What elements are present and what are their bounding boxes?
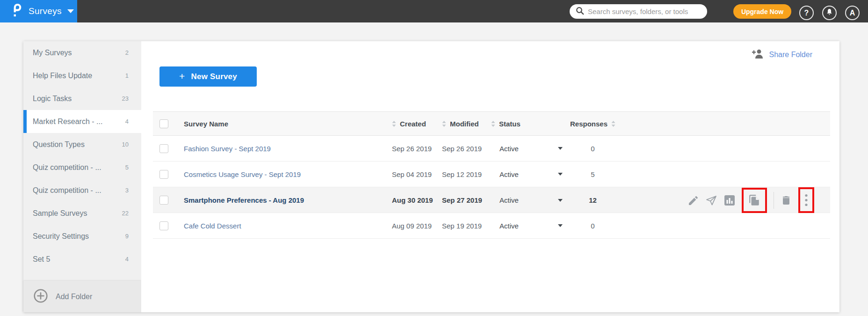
created-cell: Sep 04 2019 (392, 170, 442, 178)
help-button[interactable]: ? (799, 6, 814, 20)
table-row-smartphone-preferences: Smartphone Preferences - Aug 2019 Aug 30… (153, 187, 830, 213)
copy-duplicate-icon[interactable] (748, 194, 760, 206)
chevron-down-icon (67, 9, 74, 13)
caret-down-icon (558, 173, 563, 176)
modified-cell: Sep 26 2019 (442, 145, 491, 153)
send-paper-plane-icon[interactable] (705, 195, 717, 206)
survey-name-link[interactable]: Smartphone Preferences - Aug 2019 (184, 196, 304, 204)
table-row-fashion-survey: Fashion Survey - Sept 2019 Sep 26 2019 S… (153, 136, 830, 162)
notifications-button[interactable] (822, 6, 837, 20)
status-dropdown[interactable]: Active (491, 213, 568, 238)
global-search[interactable] (570, 4, 707, 19)
new-survey-label: New Survey (191, 72, 237, 81)
sidebar-item-set-5[interactable]: Set 5 4 (23, 248, 141, 271)
sidebar-item-logic-tasks[interactable]: Logic Tasks 23 (23, 87, 141, 110)
row-checkbox[interactable] (159, 221, 168, 230)
folder-label: Sample Surveys (33, 209, 87, 218)
created-cell: Sep 26 2019 (392, 145, 442, 153)
folder-label: Quiz competition - ... (33, 186, 101, 195)
folder-label: Help Files Update (33, 72, 92, 80)
row-checkbox[interactable] (159, 196, 168, 205)
person-plus-icon (752, 49, 764, 60)
caret-down-icon (558, 199, 563, 202)
more-options-icon[interactable] (805, 194, 808, 206)
caret-down-icon (558, 147, 563, 150)
table-row-cosmetics-usage-survey: Cosmetics Usage Survey - Sept 2019 Sep 0… (153, 162, 830, 187)
edit-pencil-icon[interactable] (687, 195, 699, 206)
created-cell: Aug 30 2019 (392, 196, 442, 204)
folder-label: Quiz competition - ... (33, 163, 101, 172)
plus-circle-icon (33, 288, 48, 305)
sidebar-item-quiz-competition-1[interactable]: Quiz competition - ... 5 (23, 156, 141, 179)
sort-icon (491, 121, 495, 127)
top-bar: Surveys Upgrade Now ? (0, 0, 868, 22)
column-survey-name[interactable]: Survey Name (184, 120, 392, 128)
sidebar-item-quiz-competition-2[interactable]: Quiz competition - ... 3 (23, 179, 141, 202)
sidebar-item-security-settings[interactable]: Security Settings 9 (23, 225, 141, 248)
sort-icon (442, 121, 446, 127)
sort-icon (611, 121, 615, 127)
folder-count: 23 (122, 95, 129, 102)
table-row-cafe-cold-dessert: Cafe Cold Dessert Aug 09 2019 Sep 19 201… (153, 213, 830, 239)
sidebar-item-market-research[interactable]: Market Research - ... 4 (23, 110, 141, 133)
new-survey-button[interactable]: + New Survey (159, 66, 257, 87)
row-checkbox[interactable] (159, 170, 168, 179)
bell-icon (825, 8, 833, 18)
column-status[interactable]: Status (491, 120, 568, 128)
sidebar-item-help-files-update[interactable]: Help Files Update 1 (23, 64, 141, 87)
surveys-main: Share Folder + New Survey Survey Name Cr… (141, 41, 839, 312)
add-folder-label: Add Folder (56, 293, 92, 301)
account-avatar[interactable]: A (845, 6, 860, 20)
delete-trash-icon[interactable] (781, 195, 792, 206)
survey-name-link[interactable]: Cafe Cold Dessert (184, 222, 241, 230)
survey-name-link[interactable]: Cosmetics Usage Survey - Sept 2019 (184, 170, 301, 178)
folder-label: Set 5 (33, 255, 50, 264)
question-mark-icon: ? (804, 9, 809, 17)
reports-bar-chart-icon[interactable] (724, 195, 735, 206)
responses-cell: 0 (568, 145, 617, 153)
folder-label: Logic Tasks (33, 95, 72, 103)
sidebar-item-question-types[interactable]: Question Types 10 (23, 133, 141, 156)
folder-count: 22 (122, 210, 129, 217)
folder-count: 2 (125, 49, 129, 56)
sidebar-item-sample-surveys[interactable]: Sample Surveys 22 (23, 202, 141, 225)
folder-label: My Surveys (33, 49, 72, 57)
search-input[interactable] (588, 7, 701, 15)
row-checkbox[interactable] (159, 144, 168, 153)
add-folder-button[interactable]: Add Folder (23, 281, 141, 312)
responses-cell: 5 (568, 170, 617, 178)
column-created[interactable]: Created (392, 120, 442, 128)
row-actions (617, 187, 830, 213)
app-title: Surveys (29, 6, 62, 16)
folder-count: 3 (125, 187, 129, 194)
column-modified[interactable]: Modified (442, 120, 491, 128)
plus-icon: + (179, 71, 185, 81)
status-dropdown[interactable]: Active (491, 136, 568, 161)
status-dropdown[interactable]: Active (491, 162, 568, 187)
folder-count: 10 (122, 141, 129, 148)
caret-down-icon (558, 224, 563, 227)
proprofs-logo-icon (11, 3, 23, 20)
modified-cell: Sep 27 2019 (442, 196, 491, 204)
table-header-row: Survey Name Created Modified (153, 111, 830, 136)
upgrade-now-button[interactable]: Upgrade Now (733, 4, 791, 19)
surveys-app: Surveys Upgrade Now ? (0, 0, 868, 316)
folder-count: 4 (125, 256, 129, 263)
folder-label: Security Settings (33, 232, 89, 241)
select-all-checkbox[interactable] (159, 119, 168, 128)
survey-name-link[interactable]: Fashion Survey - Sept 2019 (184, 145, 271, 153)
status-dropdown[interactable]: Active (491, 187, 568, 213)
surveys-dropdown[interactable]: Surveys (0, 0, 77, 22)
sidebar-item-my-surveys[interactable]: My Surveys 2 (23, 41, 141, 64)
copy-callout-box (742, 188, 767, 213)
folder-count: 5 (125, 164, 129, 171)
share-folder-link[interactable]: Share Folder (752, 49, 813, 60)
surveys-table: Survey Name Created Modified (153, 111, 830, 239)
content-card: My Surveys 2 Help Files Update 1 Logic T… (23, 41, 839, 312)
column-responses[interactable]: Responses (568, 120, 617, 128)
folders-sidebar: My Surveys 2 Help Files Update 1 Logic T… (23, 41, 141, 312)
modified-cell: Sep 12 2019 (442, 170, 491, 178)
more-callout-box (798, 187, 814, 213)
folder-label: Question Types (33, 140, 85, 149)
share-folder-label: Share Folder (769, 51, 813, 59)
